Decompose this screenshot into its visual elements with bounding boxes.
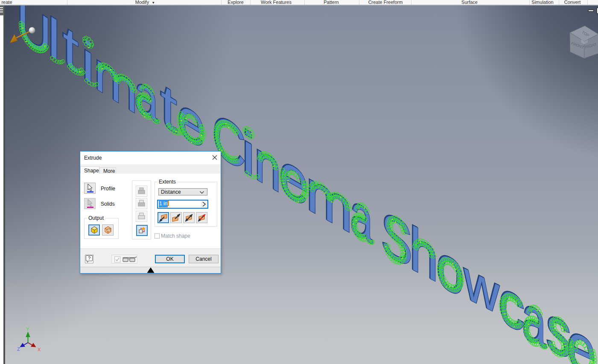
svg-text:X: X [38, 347, 41, 352]
svg-text:?: ? [88, 256, 90, 261]
svg-text:Z: Z [17, 347, 20, 352]
svg-text:Y: Y [26, 326, 29, 332]
